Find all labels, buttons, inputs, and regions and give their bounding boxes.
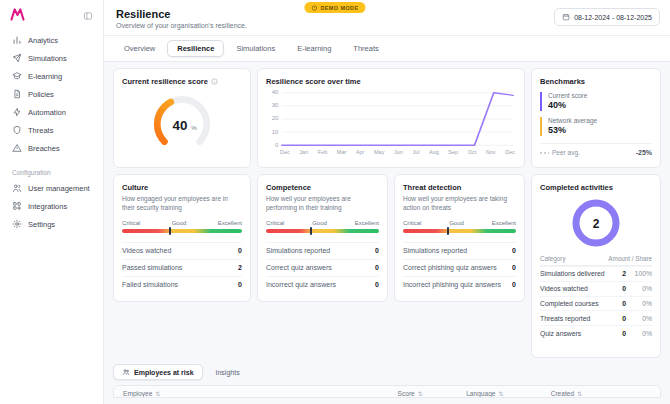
benchmark-current-score: Current score 40% <box>540 92 652 111</box>
card-title: Completed activities <box>540 183 613 192</box>
activity-row: Threats reported00% <box>540 310 652 325</box>
stat-row: Failed simulations0 <box>122 276 242 293</box>
page-header: Resilience Overview of your organisation… <box>104 0 670 36</box>
stat-row: Simulations reported0 <box>266 242 379 259</box>
scale-marker <box>310 227 312 235</box>
tab-employees-at-risk[interactable]: Employees at risk <box>113 364 203 380</box>
alert-triangle-icon <box>12 143 22 153</box>
paper-plane-icon <box>12 53 22 63</box>
sidebar-collapse-button[interactable] <box>83 11 93 21</box>
calendar-icon <box>562 13 570 21</box>
tab-simulations[interactable]: Simulations <box>226 40 285 57</box>
card-title: Benchmarks <box>540 77 585 86</box>
score-line-chart: 40 30 20 10 0 <box>266 89 516 149</box>
column-header-score[interactable]: Score⇅ <box>398 390 467 397</box>
card-title: Competence <box>266 183 311 192</box>
column-header-created[interactable]: Created⇅ <box>551 390 651 397</box>
tab-overview[interactable]: Overview <box>114 40 165 57</box>
stat-row: Videos watched0 <box>122 242 242 259</box>
sidebar: Analytics Simulations E-learning Policie… <box>0 0 104 404</box>
card-description: How engaged your employees are in their … <box>122 195 242 213</box>
donut-value: 2 <box>593 217 600 231</box>
stat-row: Simulations reported0 <box>403 242 516 259</box>
graduation-cap-icon <box>12 71 22 81</box>
sidebar-item-label: Policies <box>28 90 54 99</box>
stat-row: Passed simulations2 <box>122 259 242 276</box>
benchmark-network-average: Network average 53% <box>540 117 652 136</box>
tab-threats[interactable]: Threats <box>343 40 388 57</box>
sidebar-section-configuration: Configuration <box>0 157 103 179</box>
sort-icon: ⇅ <box>499 390 504 397</box>
score-over-time-card: Resilience score over time 40 30 <box>257 68 525 168</box>
sidebar-item-simulations[interactable]: Simulations <box>0 49 103 67</box>
sidebar-item-elearning[interactable]: E-learning <box>0 67 103 85</box>
completed-activities-card: Completed activities 2 Category Amount /… <box>531 174 661 358</box>
document-icon <box>12 89 22 99</box>
culture-card: Culture How engaged your employees are i… <box>113 174 251 302</box>
peer-average-row: Peer avg. -25% <box>540 149 652 156</box>
sidebar-item-settings[interactable]: Settings <box>0 215 103 233</box>
alert-circle-icon <box>311 5 317 11</box>
benchmarks-card: Benchmarks Current score 40% Network ave… <box>531 68 661 168</box>
sidebar-item-user-management[interactable]: User management <box>0 179 103 197</box>
sidebar-item-policies[interactable]: Policies <box>0 85 103 103</box>
card-title: Current resilience score <box>122 77 208 86</box>
sort-icon: ⇅ <box>155 390 160 397</box>
svg-text:40: 40 <box>272 90 279 95</box>
tab-elearning[interactable]: E-learning <box>287 40 341 57</box>
tab-resilience[interactable]: Resilience <box>167 40 224 57</box>
card-description: How well your employees are taking actio… <box>403 195 516 213</box>
app-root: Analytics Simulations E-learning Policie… <box>0 0 670 404</box>
date-range-label: 08-12-2024 - 08-12-2025 <box>574 14 652 21</box>
activity-row: Quiz answers00% <box>540 325 652 340</box>
dashed-line-icon <box>540 151 549 155</box>
sidebar-item-label: User management <box>28 184 90 193</box>
integrations-icon <box>12 201 22 211</box>
threat-scale-bar <box>403 229 516 233</box>
column-header-amount-share: Amount / Share <box>608 255 652 262</box>
info-icon <box>211 78 218 85</box>
sidebar-item-label: Integrations <box>28 202 67 211</box>
activity-row: Completed courses00% <box>540 296 652 311</box>
column-header-employee[interactable]: Employee⇅ <box>123 390 398 397</box>
bottom-tabs: Employees at risk Insights <box>113 364 661 380</box>
demo-mode-badge: DEMO MODE <box>304 2 365 13</box>
employees-at-risk-table: Employee⇅ Score⇅ Language⇅ Created⇅ <box>113 385 661 398</box>
sort-icon: ⇅ <box>418 390 423 397</box>
card-title: Culture <box>122 183 148 192</box>
scale-marker <box>169 227 171 235</box>
sidebar-item-label: Simulations <box>28 54 67 63</box>
sort-icon: ⇅ <box>577 390 582 397</box>
card-title: Threat detection <box>403 183 461 192</box>
stat-row: Correct phishing quiz answers0 <box>403 259 516 276</box>
gear-icon <box>12 219 22 229</box>
competence-scale-bar <box>266 229 379 233</box>
tab-insights[interactable]: Insights <box>207 365 249 380</box>
column-header-language[interactable]: Language⇅ <box>466 390 550 397</box>
sidebar-item-breaches[interactable]: Breaches <box>0 139 103 157</box>
analytics-icon <box>12 35 22 45</box>
stat-row: Incorrect quiz answers0 <box>266 276 379 293</box>
sidebar-item-label: Threats <box>28 126 53 135</box>
gauge-value: 40 <box>172 118 187 133</box>
sidebar-item-integrations[interactable]: Integrations <box>0 197 103 215</box>
sidebar-item-threats[interactable]: Threats <box>0 121 103 139</box>
page-tabs: Overview Resilience Simulations E-learni… <box>104 36 670 62</box>
stat-row: Incorrect phishing quiz answers0 <box>403 276 516 293</box>
sidebar-item-analytics[interactable]: Analytics <box>0 31 103 49</box>
date-range-button[interactable]: 08-12-2024 - 08-12-2025 <box>554 8 660 26</box>
activity-row: Videos watched00% <box>540 281 652 296</box>
card-description: How well your employees are performing i… <box>266 195 379 213</box>
sidebar-item-label: Automation <box>28 108 66 117</box>
stat-row: Correct quiz answers0 <box>266 259 379 276</box>
scale-marker <box>447 227 449 235</box>
people-icon <box>122 368 130 376</box>
sidebar-item-label: Analytics <box>28 36 58 45</box>
chart-x-axis: DecJanFebMarAprMayJunJulAugSepOctNovDec <box>280 149 515 155</box>
sidebar-item-label: Breaches <box>28 144 60 153</box>
sidebar-item-automation[interactable]: Automation <box>0 103 103 121</box>
main-area: Resilience Overview of your organisation… <box>104 0 670 404</box>
activity-row: Simulations delivered2100% <box>540 266 652 281</box>
resilience-gauge: 40 % <box>122 86 242 159</box>
threat-detection-card: Threat detection How well your employees… <box>394 174 525 302</box>
